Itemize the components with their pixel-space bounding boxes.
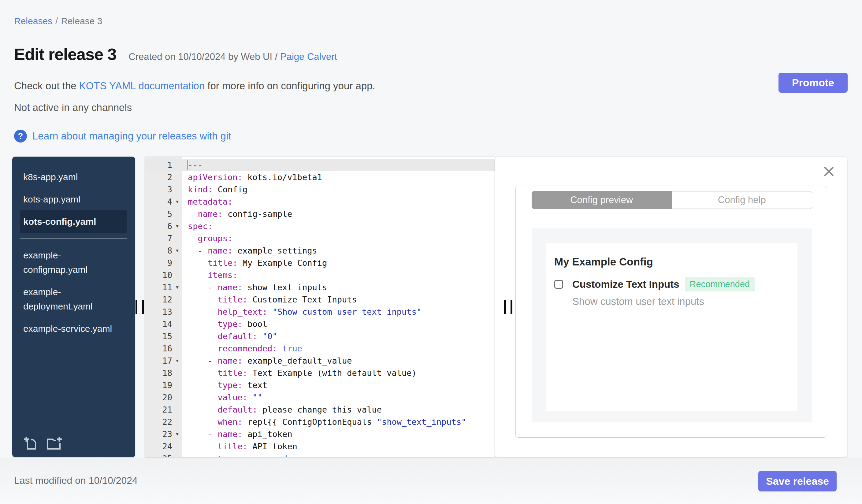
code-line-11[interactable]: 11▾ - name: show_text_inputs	[145, 281, 495, 293]
file-sidebar: k8s-app.yamlkots-app.yamlkots-config.yam…	[12, 157, 135, 457]
code-line-5[interactable]: 5 name: config-sample	[145, 208, 495, 220]
line-number: 4	[145, 197, 172, 207]
git-releases-link[interactable]: Learn about managing your releases with …	[32, 130, 231, 142]
code-line-19[interactable]: 19 type: text	[145, 379, 495, 391]
line-number: 25	[145, 454, 172, 457]
code-text: help_text: "Show custom user text inputs…	[182, 306, 495, 318]
sidebar-file-example-service.yaml[interactable]: example-service.yaml	[20, 317, 127, 340]
code-text: spec:	[182, 220, 495, 232]
indent-guide	[208, 379, 208, 391]
author-link[interactable]: Paige Calvert	[280, 51, 337, 62]
breadcrumb-current: Release 3	[61, 16, 102, 26]
code-line-16[interactable]: 16 recommended: true	[145, 342, 495, 355]
close-icon[interactable]: ×	[822, 162, 836, 180]
code-line-4[interactable]: 4▾metadata:	[145, 196, 495, 208]
sidebar-footer	[20, 430, 127, 451]
code-line-8[interactable]: 8▾ - name: example_settings	[145, 244, 495, 256]
sidebar-footer-divider	[20, 430, 127, 430]
save-release-button[interactable]: Save release	[758, 471, 837, 491]
preview-resize-handle[interactable]	[504, 300, 512, 314]
fold-arrow-icon[interactable]: ▾	[172, 198, 182, 204]
config-option-row: Customize Text Inputs Recommended	[554, 277, 789, 291]
line-number: 18	[145, 368, 172, 378]
sidebar-file-example-configmap.yaml[interactable]: example-configmap.yaml	[20, 244, 127, 281]
indent-guide	[208, 367, 208, 379]
code-text: title: Text Example (with default value)	[182, 367, 495, 379]
fold-arrow-icon[interactable]: ▾	[172, 248, 182, 253]
code-line-2[interactable]: 2apiVersion: kots.io/v1beta1	[145, 171, 495, 183]
line-number: 19	[145, 381, 172, 390]
sidebar-file-k8s-app.yaml[interactable]: k8s-app.yaml	[20, 166, 127, 188]
file-list: k8s-app.yamlkots-app.yamlkots-config.yam…	[12, 157, 135, 340]
indent-guide	[208, 416, 208, 428]
code-line-6[interactable]: 6▾spec:	[145, 220, 495, 232]
code-line-1[interactable]: 1---	[145, 159, 495, 171]
sidebar-file-kots-config.yaml[interactable]: kots-config.yaml	[20, 210, 127, 233]
code-text: default: "0"	[182, 330, 495, 342]
code-line-20[interactable]: 20 value: ""	[145, 391, 495, 403]
line-number: 20	[145, 393, 172, 402]
sidebar-resize-handle[interactable]	[135, 300, 144, 314]
new-file-icon[interactable]	[23, 436, 37, 451]
line-number: 5	[145, 209, 172, 219]
config-form-card: My Example Config Customize Text Inputs …	[546, 243, 797, 411]
code-line-3[interactable]: 3kind: Config	[145, 183, 495, 196]
line-number: 6	[145, 222, 172, 231]
release-editor-page: Releases/Release 3 Edit release 3 Create…	[0, 0, 862, 504]
promote-button[interactable]: Promote	[779, 73, 848, 93]
recommended-badge: Recommended	[685, 277, 755, 291]
code-line-13[interactable]: 13 help_text: "Show custom user text inp…	[145, 306, 495, 318]
indent-guide	[208, 318, 208, 330]
tab-config-preview[interactable]: Config preview	[532, 191, 672, 209]
line-number: 3	[145, 185, 172, 194]
preview-tabs: Config preview Config help	[532, 191, 812, 209]
code-line-12[interactable]: 12 title: Customize Text Inputs	[145, 293, 495, 306]
code-text: - name: show_text_inputs	[182, 281, 495, 293]
tab-config-help[interactable]: Config help	[672, 191, 812, 209]
code-text: metadata:	[182, 196, 495, 208]
kots-yaml-doc-link[interactable]: KOTS YAML documentation	[79, 80, 205, 91]
breadcrumb-releases-link[interactable]: Releases	[14, 16, 52, 26]
breadcrumb-separator: /	[55, 16, 58, 26]
code-text: kind: Config	[182, 183, 495, 196]
code-line-14[interactable]: 14 type: bool	[145, 318, 495, 330]
code-line-9[interactable]: 9 title: My Example Config	[145, 256, 495, 269]
config-option-label: Customize Text Inputs	[572, 279, 679, 290]
code-text: ---	[182, 159, 495, 171]
line-number: 8	[145, 246, 172, 255]
code-text: value: ""	[182, 391, 495, 403]
new-folder-icon[interactable]	[46, 436, 62, 451]
code-line-25[interactable]: 25 type: password	[145, 452, 495, 457]
sidebar-file-example-deployment.yaml[interactable]: example-deployment.yaml	[20, 281, 127, 317]
fold-arrow-icon[interactable]: ▾	[172, 223, 182, 229]
line-number: 17	[145, 356, 172, 366]
line-number: 13	[145, 307, 172, 317]
code-line-7[interactable]: 7 groups:	[145, 232, 495, 244]
config-preview-panel: × Config preview Config help My Example …	[495, 157, 847, 457]
code-line-18[interactable]: 18 title: Text Example (with default val…	[145, 367, 495, 379]
code-line-17[interactable]: 17▾ - name: example_default_value	[145, 355, 495, 367]
code-text: - name: example_default_value	[182, 355, 495, 367]
code-line-23[interactable]: 23▾ - name: api_token	[145, 428, 495, 440]
code-line-24[interactable]: 24 title: API token	[145, 440, 495, 452]
code-line-15[interactable]: 15 default: "0"	[145, 330, 495, 342]
code-line-22[interactable]: 22 when: repl{{ ConfigOptionEquals "show…	[145, 416, 495, 428]
channel-status: Not active in any channels	[14, 102, 132, 114]
fold-arrow-icon[interactable]: ▾	[172, 431, 182, 437]
config-checkbox[interactable]	[554, 280, 563, 289]
yaml-editor[interactable]: 1---2apiVersion: kots.io/v1beta13kind: C…	[145, 157, 495, 457]
code-line-21[interactable]: 21 default: please change this value	[145, 403, 495, 416]
line-number: 16	[145, 344, 172, 353]
code-text: title: API token	[182, 440, 495, 452]
line-number: 22	[145, 417, 172, 427]
code-text: title: My Example Config	[182, 256, 495, 269]
fold-arrow-icon[interactable]: ▾	[172, 284, 182, 290]
file-group-divider	[20, 238, 127, 239]
config-option-help: Show custom user text inputs	[572, 296, 789, 307]
line-number: 15	[145, 332, 172, 341]
fold-arrow-icon[interactable]: ▾	[172, 358, 182, 363]
line-number: 7	[145, 234, 172, 243]
sidebar-file-kots-app.yaml[interactable]: kots-app.yaml	[20, 188, 127, 210]
code-line-10[interactable]: 10 items:	[145, 269, 495, 281]
code-text: recommended: true	[182, 342, 495, 355]
